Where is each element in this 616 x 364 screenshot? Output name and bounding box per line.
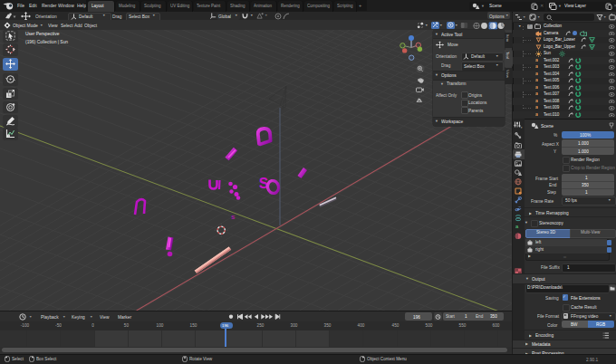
- svg-text:s: s: [231, 213, 236, 221]
